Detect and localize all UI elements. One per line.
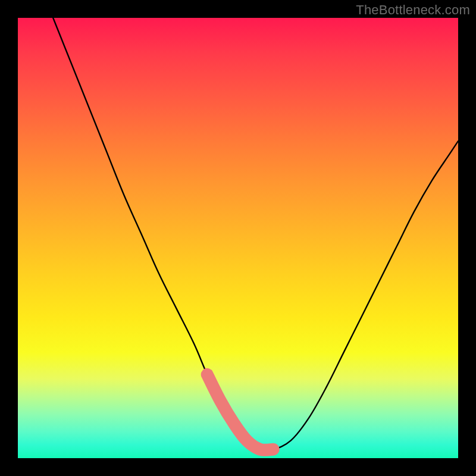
watermark-label: TheBottleneck.com — [356, 2, 470, 18]
chart-frame: TheBottleneck.com — [0, 0, 476, 476]
curve-svg — [18, 18, 458, 458]
bottleneck-curve — [53, 18, 458, 450]
plot-area — [18, 18, 458, 458]
optimal-zone-marker — [207, 374, 273, 450]
